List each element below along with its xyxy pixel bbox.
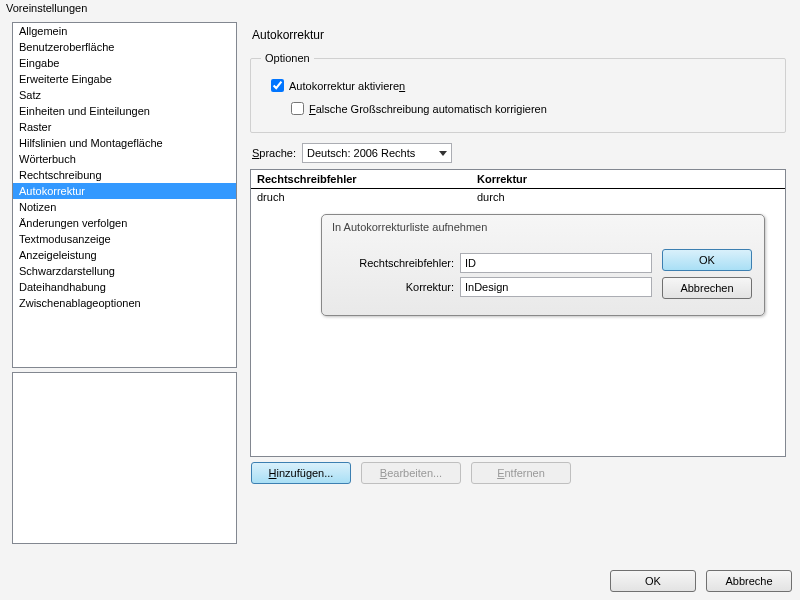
preferences-category-list[interactable]: AllgemeinBenutzeroberflächeEingabeErweit…	[12, 22, 237, 368]
language-select[interactable]: Deutsch: 2006 Rechts	[302, 143, 452, 163]
sidebar-item-12[interactable]: Änderungen verfolgen	[13, 215, 236, 231]
sidebar-item-6[interactable]: Raster	[13, 119, 236, 135]
sidebar-item-2[interactable]: Eingabe	[13, 55, 236, 71]
content-area: AllgemeinBenutzeroberflächeEingabeErweit…	[0, 18, 800, 558]
activate-autocorrect-row[interactable]: Autokorrektur aktivieren	[267, 76, 775, 95]
cell-misspell: druch	[257, 191, 477, 203]
fix-caps-checkbox[interactable]	[291, 102, 304, 115]
fix-caps-label: Falsche Großschreibung automatisch korri…	[309, 103, 547, 115]
add-dialog-buttons: OK Abbrechen	[662, 249, 752, 301]
sidebar-item-5[interactable]: Einheiten und Einteilungen	[13, 103, 236, 119]
language-select-value: Deutsch: 2006 Rechts	[307, 147, 415, 159]
edit-button[interactable]: Bearbeiten...	[361, 462, 461, 484]
sidebar-item-16[interactable]: Dateihandhabung	[13, 279, 236, 295]
correction-label: Korrektur:	[334, 281, 454, 293]
window-title: Voreinstellungen	[0, 0, 800, 18]
cell-correct: durch	[477, 191, 505, 203]
add-dialog-body: Rechtschreibfehler: Korrektur: OK Abbrec…	[322, 239, 764, 315]
sidebar-column: AllgemeinBenutzeroberflächeEingabeErweit…	[0, 18, 240, 558]
sidebar-item-13[interactable]: Textmodusanzeige	[13, 231, 236, 247]
sidebar-item-10[interactable]: Autokorrektur	[13, 183, 236, 199]
preferences-window: Voreinstellungen AllgemeinBenutzeroberfl…	[0, 0, 800, 600]
misspelling-row: Rechtschreibfehler:	[334, 253, 652, 273]
sidebar-item-15[interactable]: Schwarzdarstellung	[13, 263, 236, 279]
sidebar-item-0[interactable]: Allgemein	[13, 23, 236, 39]
language-label: Sprache:	[252, 147, 296, 159]
table-footer-buttons: Hinzufügen... Bearbeiten... Entfernen	[251, 462, 571, 484]
table-header: Rechtschreibfehler Korrektur	[251, 170, 785, 189]
add-dialog-cancel-button[interactable]: Abbrechen	[662, 277, 752, 299]
misspelling-label: Rechtschreibfehler:	[334, 257, 454, 269]
sidebar-item-11[interactable]: Notizen	[13, 199, 236, 215]
table-body: druchdurch	[251, 189, 785, 205]
add-to-autocorrect-dialog: In Autokorrekturliste aufnehmen Rechtsch…	[321, 214, 765, 316]
autocorrect-table[interactable]: Rechtschreibfehler Korrektur druchdurch …	[250, 169, 786, 457]
table-header-misspelling: Rechtschreibfehler	[257, 173, 477, 185]
sidebar-item-1[interactable]: Benutzeroberfläche	[13, 39, 236, 55]
activate-autocorrect-checkbox[interactable]	[271, 79, 284, 92]
sidebar-item-7[interactable]: Hilfslinien und Montagefläche	[13, 135, 236, 151]
main-panel: Autokorrektur Optionen Autokorrektur akt…	[240, 18, 800, 558]
correction-input[interactable]	[460, 277, 652, 297]
dialog-footer: OK Abbreche	[610, 570, 800, 592]
ok-button[interactable]: OK	[610, 570, 696, 592]
add-dialog-title: In Autokorrekturliste aufnehmen	[322, 215, 764, 239]
misspelling-input[interactable]	[460, 253, 652, 273]
add-dialog-fields: Rechtschreibfehler: Korrektur:	[334, 249, 652, 301]
activate-autocorrect-label: Autokorrektur aktivieren	[289, 80, 405, 92]
table-row[interactable]: druchdurch	[251, 189, 785, 205]
add-dialog-ok-button[interactable]: OK	[662, 249, 752, 271]
cancel-button[interactable]: Abbreche	[706, 570, 792, 592]
sidebar-item-3[interactable]: Erweiterte Eingabe	[13, 71, 236, 87]
chevron-down-icon	[439, 151, 447, 156]
sidebar-item-14[interactable]: Anzeigeleistung	[13, 247, 236, 263]
remove-button[interactable]: Entfernen	[471, 462, 571, 484]
options-group: Optionen Autokorrektur aktivieren Falsch…	[250, 52, 786, 133]
language-row: Sprache: Deutsch: 2006 Rechts	[252, 143, 786, 163]
table-header-correction: Korrektur	[477, 173, 527, 185]
add-button[interactable]: Hinzufügen...	[251, 462, 351, 484]
fix-caps-row[interactable]: Falsche Großschreibung automatisch korri…	[287, 99, 775, 118]
sidebar-item-8[interactable]: Wörterbuch	[13, 151, 236, 167]
panel-title: Autokorrektur	[252, 28, 786, 42]
options-legend: Optionen	[261, 52, 314, 64]
correction-row: Korrektur:	[334, 277, 652, 297]
sidebar-item-4[interactable]: Satz	[13, 87, 236, 103]
sidebar-description-box	[12, 372, 237, 544]
sidebar-item-17[interactable]: Zwischenablageoptionen	[13, 295, 236, 311]
sidebar-item-9[interactable]: Rechtschreibung	[13, 167, 236, 183]
